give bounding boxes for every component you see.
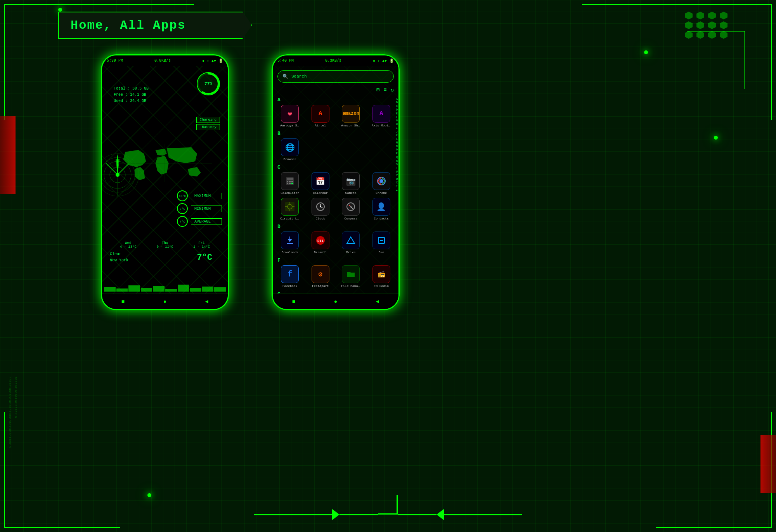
nav-back-right[interactable]: ◄ — [376, 299, 379, 305]
gauge-circle: 77% — [197, 72, 220, 95]
icon-axis: A — [372, 105, 390, 123]
bar-chart — [104, 284, 226, 292]
icon-airtel: A — [312, 105, 329, 123]
icon-duo — [372, 231, 390, 249]
corner-decoration-br — [656, 412, 772, 528]
world-map — [118, 140, 212, 187]
icon-contacts: 👤 — [372, 198, 390, 216]
storage-used: Used : 36.4 GB — [114, 98, 149, 104]
icon-drive — [342, 231, 360, 249]
charging-label: Charging — [196, 117, 220, 123]
svg-point-36 — [350, 206, 352, 207]
icon-compass — [342, 198, 360, 216]
corner-decoration-bl — [4, 412, 120, 528]
temp-max-circle: 10°C — [177, 190, 188, 201]
network-left: 0.0KB/s — [154, 59, 171, 63]
glow-dot-4 — [714, 136, 718, 140]
time-right: 5:40 PM — [277, 59, 294, 63]
icon-browser: 🌐 — [281, 138, 299, 156]
nav-home-left[interactable]: ● — [163, 299, 166, 305]
phone-right: 5:40 PM 0.3KB/s ● ✦ ▲▼ 🔋 🔍 Search ⊞ ≡ ↻ … — [272, 54, 400, 310]
storage-total: Total : 50.5 GB — [114, 86, 149, 92]
top-circuit-left — [39, 4, 194, 5]
icon-chrome — [372, 172, 390, 190]
nav-back-left[interactable]: ◄ — [205, 299, 208, 305]
current-temp: 7°C — [197, 253, 212, 263]
forecast-thu: Thu 0 - 11°C — [156, 241, 173, 249]
page-title: Home, All Apps — [71, 18, 186, 33]
temp-min-circle: 5°C — [177, 203, 188, 214]
svg-rect-19 — [289, 183, 291, 184]
icon-dream11: D11 — [312, 231, 329, 249]
status-bar-right: 5:40 PM 0.3KB/s ● ✦ ▲▼ 🔋 — [273, 55, 398, 66]
icon-circuit — [281, 198, 299, 216]
icon-filemanager — [342, 265, 360, 283]
glow-dot-1 — [58, 8, 62, 12]
gauge-area: 77% — [197, 72, 220, 95]
circuit-line-vr — [744, 31, 745, 89]
forecast-fri: Fri 1 - 14°C — [193, 241, 210, 249]
hex-decoration — [685, 12, 729, 39]
bottom-circuit — [254, 509, 522, 520]
icon-downloads — [281, 231, 299, 249]
red-accent-left — [0, 116, 16, 194]
icon-calendar: 📅 — [312, 172, 329, 190]
weather-forecast: Wed 4 - 13°C Thu 0 - 11°C Fri 1 - 14°C C… — [110, 241, 220, 263]
svg-text:D11: D11 — [317, 239, 324, 243]
binary-deco-1: 10110100110010101011001010110100110010 — [8, 377, 12, 493]
svg-rect-14 — [287, 178, 293, 180]
storage-info: Total : 50.5 GB Free : 14.1 GB Used : 36… — [114, 86, 149, 104]
svg-rect-16 — [289, 181, 291, 182]
status-bar-left: 5:39 PM 0.0KB/s ● ✦ ▲▼ 🔋 — [102, 55, 228, 66]
glow-dot-2 — [644, 50, 648, 54]
icon-feetapart: ⚙ — [312, 265, 329, 283]
storage-free: Free : 14.1 GB — [114, 92, 149, 98]
svg-point-32 — [320, 206, 321, 207]
time-left: 5:39 PM — [107, 59, 123, 63]
temp-max-label: MAXIMUM — [191, 193, 222, 199]
glow-dot-3 — [147, 493, 151, 497]
screen-left: 77% Total : 50.5 GB Free : 14.1 GB Used … — [102, 66, 228, 294]
svg-rect-17 — [291, 181, 293, 182]
icon-aarogya: ❤ — [281, 105, 299, 123]
nav-home-right[interactable]: ● — [334, 299, 337, 305]
svg-rect-15 — [287, 181, 288, 182]
title-bar: Home, All Apps — [58, 12, 252, 39]
icon-camera: 📷 — [342, 172, 360, 190]
nav-bar-left: ■ ● ◄ — [102, 294, 228, 309]
binary-deco-2: 0110101010011011010110 — [14, 377, 17, 454]
icon-calculator — [281, 172, 299, 190]
icons-left: ● ✦ ▲▼ 🔋 — [202, 59, 223, 63]
icon-clock — [312, 198, 329, 216]
phone-left: 5:39 PM 0.0KB/s ● ✦ ▲▼ 🔋 77% Total : 50.… — [101, 54, 229, 310]
red-accent-right — [760, 435, 776, 493]
battery-label: Battery — [196, 124, 220, 130]
icon-fmradio: 📻 — [372, 265, 390, 283]
svg-rect-20 — [291, 183, 293, 184]
network-right: 0.3KB/s — [325, 59, 341, 63]
svg-point-22 — [379, 179, 383, 183]
temp-avg-label: AVERAGE — [191, 218, 222, 225]
app-drawer-content: 🔍 Search ⊞ ≡ ↻ A ❤ Aarogya Setu A — [273, 66, 398, 294]
top-circuit-right — [582, 4, 737, 5]
svg-rect-18 — [287, 183, 288, 184]
circuit-line-hr — [687, 31, 745, 32]
temp-avg-circle: 7°C — [177, 216, 188, 227]
nav-bar-right: ■ ● ◄ — [273, 294, 398, 309]
nav-square-left[interactable]: ■ — [121, 299, 125, 305]
forecast-wed: Wed 4 - 13°C — [120, 241, 137, 249]
nav-square-right[interactable]: ■ — [292, 299, 295, 305]
alphabet-sidebar: A B C D E F G H I J K L M N O P Q R S T … — [396, 97, 398, 192]
temp-stats: 10°C MAXIMUM 5°C MINIMUM 7°C AVERAGE — [177, 190, 222, 229]
forecast-days: Wed 4 - 13°C Thu 0 - 11°C Fri 1 - 14°C — [110, 241, 220, 249]
icon-facebook: f — [281, 265, 299, 283]
icon-amazon: amazon — [342, 105, 360, 123]
icons-right: ● ✦ ▲▼ 🔋 — [373, 59, 394, 63]
battery-labels: Charging Battery — [196, 117, 220, 131]
gauge-percent: 77% — [204, 81, 212, 86]
temp-min-label: MINIMUM — [191, 206, 222, 212]
